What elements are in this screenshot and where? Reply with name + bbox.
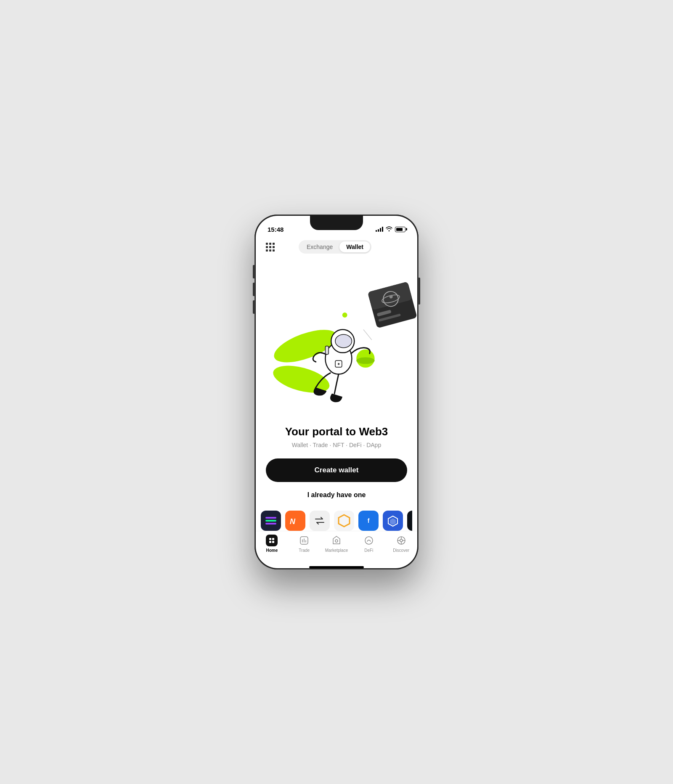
nav-trade[interactable]: Trade [288,535,321,553]
svg-rect-20 [265,517,276,519]
create-wallet-button[interactable]: Create wallet [266,458,407,482]
trade-icon [298,535,310,546]
svg-point-37 [335,540,338,542]
svg-marker-24 [339,515,350,527]
defi-icon [363,535,375,546]
grid-menu-icon[interactable] [264,241,276,253]
nav-marketplace[interactable]: Marketplace [321,535,353,553]
svg-text:f: f [368,517,370,524]
notch [310,216,363,230]
dapp-icon-6[interactable] [383,511,403,531]
nav-defi-label: DeFi [364,548,373,553]
svg-point-38 [365,537,373,544]
page-title: Your portal to Web3 [266,425,407,438]
battery-icon [395,227,405,232]
tab-wallet[interactable]: Wallet [339,241,370,252]
nav-discover-label: Discover [393,548,409,553]
svg-rect-34 [269,541,271,543]
svg-text:✦: ✦ [337,362,340,366]
dapp-icon-3[interactable] [310,511,330,531]
svg-line-10 [363,329,372,340]
tab-switcher: Exchange Wallet [299,240,371,254]
dapp-icon-7[interactable]: C [407,511,412,531]
nav-home[interactable]: Home [256,535,288,553]
home-icon [266,535,278,546]
status-time: 15:48 [268,226,284,233]
nav-trade-label: Trade [299,548,310,553]
nav-home-label: Home [266,548,278,553]
bottom-nav: Home Trade Marketplace [256,531,417,564]
content-section: Your portal to Web3 Wallet · Trade · NFT… [256,425,417,507]
svg-rect-21 [265,520,276,522]
page-subtitle: Wallet · Trade · NFT · DeFi · DApp [266,442,407,448]
svg-text:N: N [290,517,296,526]
svg-rect-33 [272,538,274,540]
svg-point-40 [400,539,403,542]
phone-screen: 15:48 [256,216,417,568]
svg-rect-32 [269,538,271,540]
svg-rect-22 [265,523,276,524]
dapp-icon-4[interactable] [334,511,354,531]
already-have-button[interactable]: I already have one [306,490,368,501]
nav-defi[interactable]: DeFi [352,535,385,553]
svg-point-16 [335,334,352,348]
nav-discover[interactable]: Discover [385,535,417,553]
hero-illustration: ✦ [256,259,417,425]
nav-marketplace-label: Marketplace [325,548,348,553]
marketplace-icon [331,535,342,546]
tab-exchange[interactable]: Exchange [300,241,339,252]
dapp-icons-row: N [256,507,417,531]
signal-icon [376,227,383,232]
svg-rect-19 [325,346,329,355]
dapp-icon-1[interactable] [261,511,281,531]
svg-marker-28 [390,518,396,525]
wifi-icon [386,226,392,233]
status-icons [376,226,405,233]
dapp-icon-2[interactable]: N [285,511,305,531]
svg-rect-35 [272,541,274,543]
dapp-icon-5[interactable]: f [358,511,379,531]
phone-frame: 15:48 [254,215,419,569]
header: Exchange Wallet [256,237,417,259]
home-indicator [309,566,364,568]
discover-icon [395,535,407,546]
svg-point-13 [342,313,347,318]
svg-point-12 [356,357,374,364]
